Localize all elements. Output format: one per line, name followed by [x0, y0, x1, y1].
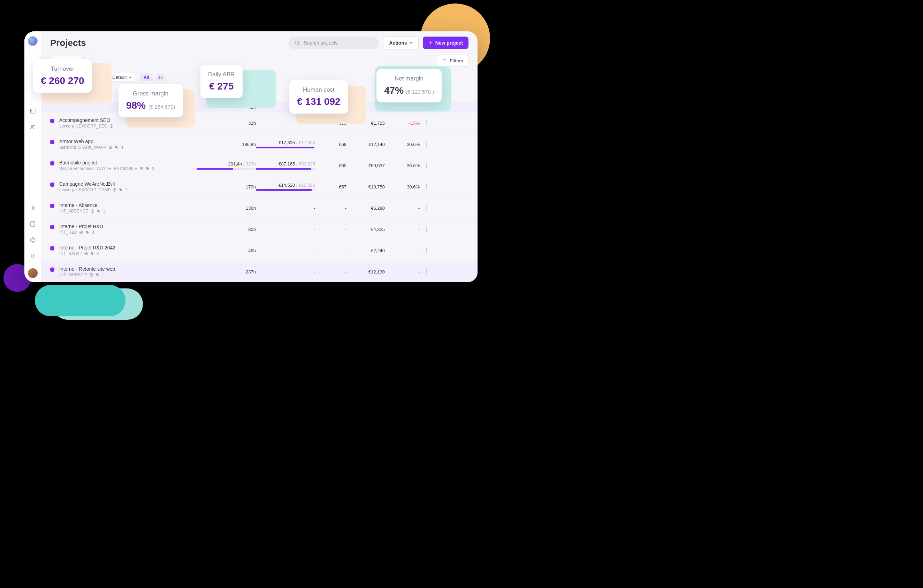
svg-point-41	[426, 269, 427, 270]
cell-project: Interne - Projet R&DINT_R&D 3	[50, 224, 197, 235]
app-logo[interactable]	[28, 36, 38, 46]
kpi-value: € 131 092	[297, 96, 340, 107]
more-icon	[426, 226, 427, 232]
row-menu-button[interactable]	[420, 163, 434, 168]
row-menu-button[interactable]	[420, 184, 434, 190]
project-color-dot	[50, 183, 54, 187]
row-menu-button[interactable]	[420, 269, 434, 275]
cell-total: €2,240	[347, 248, 385, 253]
row-menu-button[interactable]	[420, 205, 434, 211]
kpi-label: Daily ABR	[208, 71, 235, 78]
cell-margin: -	[385, 227, 420, 232]
kpi-value: € 260 270	[41, 75, 84, 87]
svg-point-43	[426, 274, 427, 275]
more-icon	[426, 163, 427, 168]
new-project-label: New project	[435, 40, 463, 46]
row-menu-button[interactable]	[420, 248, 434, 253]
kpi-gross-margin: Gross margin 98% (€ 254 670)	[118, 84, 183, 117]
project-name: Interne - Refonte site web	[59, 266, 115, 272]
project-code: INT_WEBSITE	[59, 272, 87, 277]
table-row[interactable]: Campagne WeAreNotEvilLexcorp LEXCORP_CAM…	[41, 176, 478, 198]
client-name: Lexcorp	[59, 187, 74, 192]
nav-calendar-icon[interactable]	[29, 107, 36, 115]
topbar: Projects Search projects Actions New pro…	[41, 31, 478, 53]
table-row[interactable]: Batmobile projectWayne Enterprises WAYNE…	[41, 155, 478, 176]
cell-margin: 36.6%	[385, 163, 420, 168]
nav-report-icon[interactable]	[29, 220, 36, 228]
project-color-dot	[50, 246, 54, 251]
cell-time: 80h	[197, 227, 256, 232]
new-project-button[interactable]: New project	[423, 36, 468, 49]
client-name: Lexcorp	[59, 124, 74, 129]
table-row[interactable]: Armor Web appStark Ind STARK_WAPP 4186,8…	[41, 134, 478, 155]
project-code: WAYNE_BATMOBILE	[97, 166, 137, 171]
cell-margin: -	[385, 269, 420, 275]
cell-total: €12,130	[347, 269, 385, 275]
nav-theme-icon[interactable]	[29, 252, 36, 260]
search-icon	[294, 40, 300, 46]
cell-hourly: -	[315, 248, 347, 253]
svg-point-15	[426, 125, 427, 126]
svg-point-19	[426, 146, 427, 147]
cell-total: €12,140	[347, 142, 385, 147]
cell-margin: -	[385, 206, 420, 211]
kpi-net-margin: Net margin 47% (€ 123 578 )	[376, 69, 442, 102]
table-row[interactable]: Interne - AbsenceINT_ABSENCE 1136h--€6,2…	[41, 198, 478, 219]
project-code: INT_R&D42	[59, 251, 82, 256]
kpi-daily-abr: Daily ABR € 275	[200, 65, 243, 98]
svg-point-2	[31, 125, 33, 127]
actions-dropdown[interactable]: Actions	[383, 36, 418, 49]
user-avatar[interactable]	[28, 268, 38, 278]
project-color-dot	[50, 204, 54, 208]
cell-budget: €87,165 / €93,925	[256, 161, 315, 170]
more-icon	[426, 248, 427, 253]
nav-settings-icon[interactable]	[29, 204, 36, 212]
table-body: Accompagnement SEOLexcorp LEXCORP_SEO 32…	[41, 113, 478, 282]
row-menu-button[interactable]	[420, 141, 434, 147]
page-title: Projects	[50, 38, 86, 48]
cell-margin: -15%	[385, 121, 420, 126]
table-row[interactable]: Interne - Projet R&D 2042INT_R&D42 349h-…	[41, 240, 478, 261]
cell-time: 49h	[197, 248, 256, 253]
cell-time: 237h	[197, 269, 256, 275]
decoration-pill-dark	[35, 285, 125, 316]
table-row[interactable]: Interne - Projet R&DINT_R&D 380h--€4,325…	[41, 219, 478, 240]
project-code: INT_R&D	[59, 230, 77, 235]
row-menu-button[interactable]	[420, 226, 434, 232]
cell-time: 186,8h	[197, 142, 256, 147]
chip-all[interactable]: All	[140, 74, 152, 81]
filters-button[interactable]: Filters	[437, 55, 468, 67]
cell-hourly: -	[315, 269, 347, 275]
project-name: Interne - Projet R&D 2042	[59, 245, 115, 251]
svg-point-22	[426, 165, 427, 166]
project-color-dot	[50, 140, 54, 144]
globe-icon	[79, 230, 83, 234]
project-name: Armor Web app	[59, 139, 123, 144]
svg-point-34	[426, 229, 427, 230]
cell-total: €10,750	[347, 184, 385, 190]
svg-point-8	[32, 255, 34, 257]
svg-point-39	[426, 252, 427, 253]
svg-point-37	[426, 248, 427, 249]
search-input[interactable]: Search projects	[288, 36, 379, 49]
chip-count[interactable]: 16	[155, 74, 166, 81]
cell-time: 136h	[197, 206, 256, 211]
plus-icon	[429, 40, 433, 45]
nav-users-icon[interactable]	[29, 123, 36, 131]
globe-icon	[90, 209, 94, 213]
svg-point-27	[426, 188, 427, 190]
cell-project: Interne - AbsenceINT_ABSENCE 1	[50, 202, 197, 213]
client-name: Wayne Enterprises	[59, 166, 94, 171]
kpi-value: 98% (€ 254 670)	[126, 100, 175, 111]
cell-time: 201,4h / 323h	[197, 161, 256, 170]
cell-total: €59,537	[347, 163, 385, 168]
table-row[interactable]: Interne - Refonte site webINT_WEBSITE 12…	[41, 261, 478, 282]
cell-hourly: -	[315, 206, 347, 211]
kpi-value: € 275	[208, 81, 235, 92]
globe-icon	[140, 167, 144, 171]
cell-project: Interne - Refonte site webINT_WEBSITE 1	[50, 266, 197, 277]
row-menu-button[interactable]	[420, 120, 434, 126]
table-row[interactable]: Accompagnement SEOLexcorp LEXCORP_SEO 32…	[41, 113, 478, 134]
project-code: INT_ABSENCE	[59, 209, 88, 213]
nav-help-icon[interactable]	[29, 236, 36, 244]
